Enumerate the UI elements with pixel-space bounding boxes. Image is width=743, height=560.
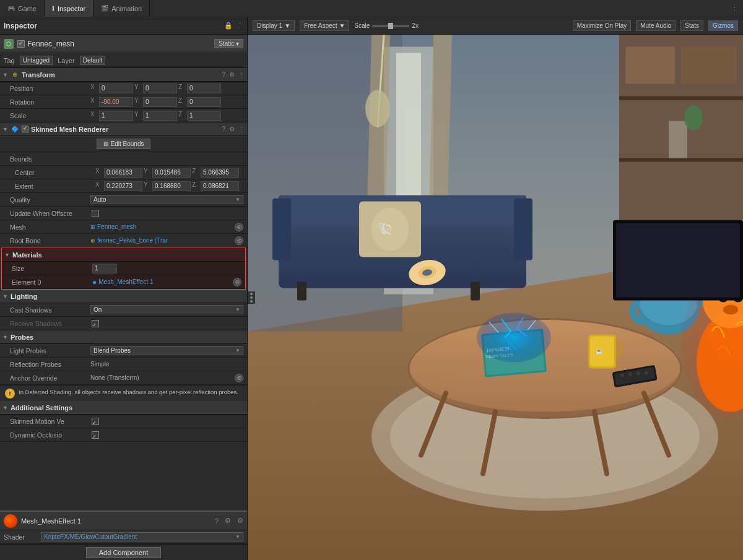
inspector-scroll[interactable]: ▼ ⊕ Transform ? ⚙ ⋮ Position X Y Z xyxy=(0,68,247,510)
tab-game-label: Game xyxy=(18,5,37,12)
animation-icon: 🎬 xyxy=(101,5,108,12)
edit-bounds-button[interactable]: ⊞ Edit Bounds xyxy=(97,139,151,149)
svg-point-36 xyxy=(477,313,551,363)
tab-game[interactable]: 🎮 Game xyxy=(0,0,45,17)
material-menu-icon[interactable]: ⚙ xyxy=(237,517,243,525)
warning-box: ! In Deferred Shading, all objects recei… xyxy=(0,385,247,401)
scale-label: Scale xyxy=(354,22,370,29)
center-y-input[interactable] xyxy=(152,168,191,178)
object-name: Fennec_mesh xyxy=(27,40,214,48)
cast-shadows-dropdown[interactable]: On ▼ xyxy=(90,305,243,314)
layer-dropdown[interactable]: Default xyxy=(80,56,106,65)
skinned-mesh-checkbox[interactable] xyxy=(22,126,28,132)
skinned-mesh-menu-icon[interactable]: ⋮ xyxy=(238,126,245,132)
stats-button[interactable]: Stats xyxy=(680,20,703,31)
lighting-section-header[interactable]: ▼ Lighting xyxy=(0,290,247,303)
rotation-z-input[interactable] xyxy=(187,97,221,107)
aspect-dropdown[interactable]: Free Aspect ▼ xyxy=(300,20,349,31)
transform-menu-icon[interactable]: ⋮ xyxy=(238,71,245,78)
materials-size-input[interactable] xyxy=(92,264,117,274)
svg-point-74 xyxy=(365,90,390,127)
edit-bounds-icon: ⊞ xyxy=(103,140,108,147)
maximize-on-play-button[interactable]: Maximize On Play xyxy=(573,20,632,31)
root-bone-select-button[interactable]: ◎ xyxy=(235,236,243,245)
skinned-mesh-arrow: ▼ xyxy=(2,126,8,132)
static-dropdown[interactable]: Static ▾ xyxy=(214,39,243,48)
cast-shadows-row: Cast Shadows On ▼ xyxy=(0,303,247,317)
mesh-name[interactable]: Fennec_mesh xyxy=(97,223,136,230)
add-component-button[interactable]: Add Component xyxy=(86,547,162,558)
shader-dropdown[interactable]: KriptoFX/ME/GlowCutoutGradient ▼ xyxy=(41,532,243,541)
scroll-dot xyxy=(250,293,253,295)
center-x-input[interactable] xyxy=(104,168,142,178)
dynamic-occlusion-checkbox[interactable] xyxy=(92,431,99,439)
skinned-motion-checkbox[interactable] xyxy=(92,418,99,425)
reflection-probes-label: Reflection Probes xyxy=(10,361,90,368)
tab-inspector-label: Inspector xyxy=(58,5,85,12)
material-element-name[interactable]: Mesh_MeshEffect 1 xyxy=(98,278,153,285)
material-settings-icon[interactable]: ⚙ xyxy=(225,517,231,525)
object-active-checkbox[interactable] xyxy=(17,40,25,48)
rotation-y-input[interactable] xyxy=(143,97,177,107)
scale-slider[interactable] xyxy=(372,25,409,27)
position-x-input[interactable] xyxy=(99,84,133,93)
position-y-input[interactable] xyxy=(143,84,177,93)
material-card: Mesh_MeshEffect 1 ? ⚙ ⚙ Shader KriptoFX/… xyxy=(0,510,247,544)
scale-val: 2x xyxy=(412,22,419,29)
position-z-input[interactable] xyxy=(187,84,221,93)
extent-z-input[interactable] xyxy=(201,181,239,191)
skinned-mesh-help-icon[interactable]: ? xyxy=(222,126,225,132)
shader-row: Shader KriptoFX/ME/GlowCutoutGradient ▼ xyxy=(0,530,247,544)
center-label: Center xyxy=(15,169,95,176)
anchor-select-button[interactable]: ◎ xyxy=(235,374,243,382)
cast-shadows-val: On xyxy=(93,306,102,313)
skinned-mesh-settings-icon[interactable]: ⚙ xyxy=(229,126,235,132)
lock-icon[interactable]: 🔒 xyxy=(224,22,233,30)
reflection-probes-row: Reflection Probes Simple xyxy=(0,358,247,371)
svg-rect-10 xyxy=(619,97,743,100)
extent-x-input[interactable] xyxy=(104,181,142,191)
rotation-x-input[interactable] xyxy=(99,97,133,107)
extent-x-label: X xyxy=(95,181,103,191)
transform-settings-icon[interactable]: ⚙ xyxy=(229,71,235,78)
additional-section-header[interactable]: ▼ Additional Settings xyxy=(0,401,247,415)
transform-help-icon[interactable]: ? xyxy=(222,71,225,78)
material-select-button[interactable]: ◎ xyxy=(233,278,241,286)
extent-y-input[interactable] xyxy=(152,181,191,191)
tab-menu-icon[interactable]: ⋮ xyxy=(726,4,743,12)
svg-rect-9 xyxy=(681,47,737,84)
display-dropdown[interactable]: Display 1 ▼ xyxy=(253,20,295,31)
mesh-select-button[interactable]: ◎ xyxy=(235,223,243,231)
scale-z-input[interactable] xyxy=(187,111,221,121)
center-z-input[interactable] xyxy=(201,168,239,178)
svg-text:☕: ☕ xyxy=(596,348,603,355)
tab-animation[interactable]: 🎬 Animation xyxy=(93,0,150,17)
materials-title: Materials xyxy=(12,251,243,259)
update-offscreen-checkbox[interactable] xyxy=(92,210,99,217)
quality-dropdown[interactable]: Auto ▼ xyxy=(90,195,243,204)
header-menu-icon[interactable]: ⋮ xyxy=(237,22,243,30)
skinned-mesh-icon: 🔷 xyxy=(11,125,19,134)
tag-layer-row: Tag Untagged Layer Default xyxy=(0,53,247,68)
transform-actions: ? ⚙ ⋮ xyxy=(222,71,245,78)
material-help-icon[interactable]: ? xyxy=(215,517,219,525)
svg-point-52 xyxy=(637,372,640,376)
tab-inspector[interactable]: ℹ Inspector xyxy=(45,0,93,17)
inspector-icon: ℹ xyxy=(52,5,54,12)
scale-x-input[interactable] xyxy=(99,111,133,121)
gizmos-button[interactable]: Gizmos xyxy=(708,20,738,31)
scale-y-input[interactable] xyxy=(143,111,177,121)
materials-section-header[interactable]: ▼ Materials xyxy=(2,248,245,262)
probes-section-header[interactable]: ▼ Probes xyxy=(0,330,247,344)
root-bone-name[interactable]: fennec_Pelvis_bone (Trar xyxy=(97,237,168,244)
game-view: Display 1 ▼ Free Aspect ▼ Scale 2x Maxim… xyxy=(248,17,743,560)
skinned-mesh-section-header[interactable]: ▼ 🔷 Skinned Mesh Renderer ? ⚙ ⋮ xyxy=(0,123,247,136)
light-probes-dropdown[interactable]: Blend Probes ▼ xyxy=(90,346,243,355)
svg-rect-72 xyxy=(616,223,740,298)
tag-dropdown[interactable]: Untagged xyxy=(20,56,53,65)
lighting-title: Lighting xyxy=(11,293,245,300)
mute-audio-button[interactable]: Mute Audio xyxy=(636,20,676,31)
transform-section-header[interactable]: ▼ ⊕ Transform ? ⚙ ⋮ xyxy=(0,68,247,82)
transform-title: Transform xyxy=(22,71,222,79)
receive-shadows-checkbox[interactable] xyxy=(92,320,99,327)
